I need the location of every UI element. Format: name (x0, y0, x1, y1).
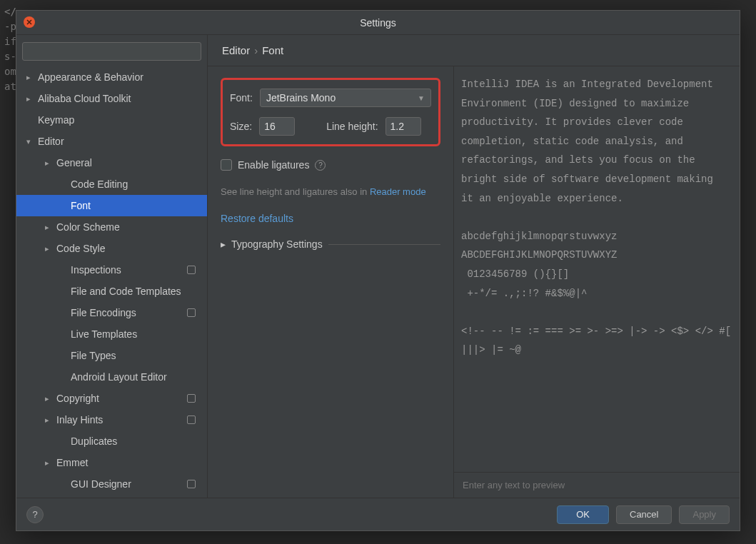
titlebar: Settings (16, 11, 740, 35)
help-button[interactable]: ? (26, 506, 44, 523)
tree-item-label: GUI Designer (71, 478, 131, 490)
tree-item-label: Alibaba Cloud Toolkit (38, 93, 131, 104)
project-badge-icon (187, 480, 196, 488)
dialog-footer: ? OK Cancel Apply (16, 498, 740, 530)
sidebar-item-color-scheme[interactable]: Color Scheme (16, 216, 207, 238)
restore-defaults-link[interactable]: Restore defaults (221, 213, 440, 224)
chevron-right-icon (45, 394, 54, 403)
chevron-right-icon: ▸ (221, 238, 226, 250)
sidebar-item-inlay-hints[interactable]: Inlay Hints (16, 409, 207, 430)
tree-item-label: Keymap (38, 114, 74, 126)
close-button[interactable] (24, 16, 35, 28)
tree-item-label: Copyright (56, 393, 99, 404)
sidebar-item-keymap[interactable]: Keymap (16, 109, 207, 131)
preview-text[interactable]: IntelliJ IDEA is an Integrated Developme… (454, 66, 740, 472)
sidebar-item-emmet[interactable]: Emmet (16, 452, 207, 473)
sidebar-item-code-editing[interactable]: Code Editing (16, 173, 207, 195)
chevron-down-icon (26, 137, 35, 146)
line-height-label: Line height: (326, 121, 378, 132)
chevron-right-icon (45, 458, 54, 468)
chevron-right-icon (45, 244, 54, 253)
sidebar-item-file-encodings[interactable]: File Encodings (16, 302, 207, 323)
sidebar-item-copyright[interactable]: Copyright (16, 388, 207, 409)
font-label: Font: (230, 92, 253, 104)
tree-item-label: Duplicates (71, 435, 117, 447)
font-settings-panel: Font: JetBrains Mono ▼ Size: Line height… (208, 66, 454, 498)
tree-item-label: Appearance & Behavior (38, 71, 143, 83)
sidebar-item-file-and-code-templates[interactable]: File and Code Templates (16, 281, 207, 302)
line-height-input[interactable] (385, 117, 421, 136)
sidebar-item-file-types[interactable]: File Types (16, 345, 207, 366)
sidebar: Appearance & BehaviorAlibaba Cloud Toolk… (16, 35, 208, 498)
tree-item-label: Color Scheme (56, 221, 120, 233)
sidebar-item-general[interactable]: General (16, 152, 207, 173)
settings-dialog: Settings Appearance & BehaviorAlibaba Cl… (16, 10, 740, 531)
typography-section[interactable]: ▸ Typography Settings (221, 238, 440, 250)
tree-item-label: Inlay Hints (56, 414, 103, 425)
sidebar-item-android-layout-editor[interactable]: Android Layout Editor (16, 366, 207, 388)
chevron-down-icon: ▼ (418, 94, 425, 102)
chevron-right-icon: › (254, 44, 258, 56)
tree-item-label: Live Templates (71, 328, 137, 340)
chevron-right-icon (45, 158, 54, 168)
chevron-right-icon (45, 415, 54, 425)
section-divider (328, 244, 440, 245)
project-badge-icon (187, 266, 196, 274)
cancel-button[interactable]: Cancel (616, 505, 672, 524)
sidebar-item-inspections[interactable]: Inspections (16, 259, 207, 281)
preview-panel: IntelliJ IDEA is an Integrated Developme… (454, 66, 740, 498)
hint-text: See line height and ligatures also in Re… (221, 186, 440, 197)
tree-item-label: Android Layout Editor (71, 371, 167, 383)
tree-item-label: General (56, 157, 92, 168)
settings-tree[interactable]: Appearance & BehaviorAlibaba Cloud Toolk… (16, 66, 207, 498)
sidebar-item-duplicates[interactable]: Duplicates (16, 430, 207, 452)
breadcrumb-leaf: Font (262, 44, 283, 56)
search-input[interactable] (22, 42, 201, 61)
chevron-right-icon (26, 94, 35, 104)
sidebar-item-code-style[interactable]: Code Style (16, 238, 207, 259)
breadcrumb-root[interactable]: Editor (222, 44, 250, 56)
chevron-right-icon (26, 73, 35, 82)
size-input[interactable] (259, 117, 295, 136)
breadcrumb: Editor › Font (208, 35, 740, 66)
font-dropdown-value: JetBrains Mono (266, 92, 336, 104)
highlighted-region: Font: JetBrains Mono ▼ Size: Line height… (221, 78, 440, 146)
sidebar-item-appearance-behavior[interactable]: Appearance & Behavior (16, 66, 207, 88)
project-badge-icon (187, 308, 196, 317)
sidebar-item-live-templates[interactable]: Live Templates (16, 323, 207, 345)
project-badge-icon (187, 415, 196, 424)
help-icon[interactable]: ? (315, 160, 326, 171)
size-label: Size: (230, 121, 252, 132)
reader-mode-link[interactable]: Reader mode (370, 186, 426, 197)
tree-item-label: Emmet (56, 457, 88, 468)
ligatures-label: Enable ligatures (238, 159, 309, 171)
tree-item-label: Font (71, 200, 91, 211)
chevron-right-icon (45, 223, 54, 232)
sidebar-item-gui-designer[interactable]: GUI Designer (16, 473, 207, 495)
tree-item-label: File Encodings (71, 307, 136, 318)
font-dropdown[interactable]: JetBrains Mono ▼ (260, 89, 431, 107)
typography-label: Typography Settings (231, 238, 323, 250)
ligatures-checkbox[interactable] (221, 159, 232, 171)
dialog-title: Settings (360, 17, 396, 29)
sidebar-item-alibaba-cloud-toolkit[interactable]: Alibaba Cloud Toolkit (16, 88, 207, 109)
ok-button[interactable]: OK (557, 505, 609, 524)
tree-item-label: Inspections (71, 264, 121, 276)
tree-item-label: File Types (71, 350, 116, 361)
preview-input[interactable] (463, 480, 731, 490)
tree-item-label: Code Style (56, 243, 105, 254)
tree-item-label: Code Editing (71, 178, 128, 190)
sidebar-item-editor[interactable]: Editor (16, 131, 207, 152)
project-badge-icon (187, 394, 196, 403)
apply-button[interactable]: Apply (679, 505, 730, 524)
close-icon (26, 19, 32, 25)
tree-item-label: Editor (38, 136, 64, 147)
sidebar-item-font[interactable]: Font (16, 195, 207, 216)
hint-prefix: See line height and ligatures also in (221, 186, 370, 197)
tree-item-label: File and Code Templates (71, 286, 181, 297)
